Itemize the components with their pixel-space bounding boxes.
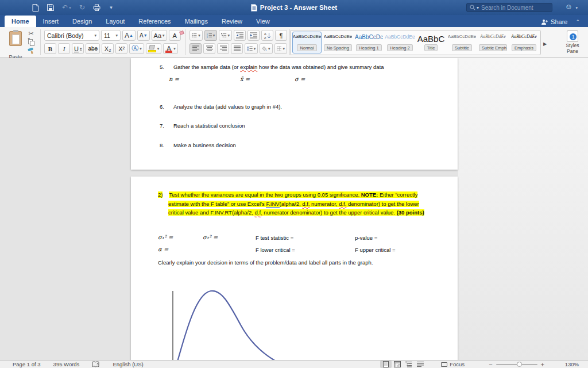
align-right-button[interactable] (217, 43, 229, 54)
document-page-1[interactable]: 5.Gather the sample data (or explain how… (131, 58, 458, 170)
increase-indent-icon (250, 32, 257, 39)
style-heading-1[interactable]: AaBbCcDcHeading 1 (354, 32, 384, 53)
styles-pane-button[interactable]: 1 StylesPane (557, 27, 588, 57)
new-document-icon[interactable] (32, 4, 39, 12)
italic-button[interactable]: I (58, 43, 70, 54)
list-item-5: 5.Gather the sample data (or explain how… (160, 64, 384, 70)
paste-button[interactable]: ▾ Paste (6, 31, 25, 48)
svg-text:Z: Z (264, 36, 266, 39)
strikethrough-button[interactable]: abe (86, 43, 100, 54)
outline-view-button[interactable] (403, 361, 415, 368)
subscript-button[interactable]: X₂ (102, 43, 114, 54)
canvas-right-margin (458, 58, 588, 360)
shrink-font-button[interactable]: A▼ (137, 30, 150, 41)
superscript-button[interactable]: X² (115, 43, 127, 54)
highlight-button[interactable]: ▾ (146, 43, 162, 54)
font-size-combo[interactable]: 11▾ (101, 30, 121, 41)
share-person-icon (541, 19, 548, 25)
zoom-percentage[interactable]: 130% (552, 361, 579, 367)
style-subtle-emphasis[interactable]: AaBbCcDdEeSubtle Emph... (478, 32, 508, 53)
cut-icon[interactable]: ✂ (28, 30, 33, 37)
align-left-icon (192, 45, 199, 52)
style-emphasis[interactable]: AaBbCcDdEeEmphasis (509, 32, 539, 53)
tab-home[interactable]: Home (5, 16, 36, 27)
style-no-spacing[interactable]: AaBbCcDdEeNo Spacing (323, 32, 353, 53)
sort-button[interactable]: AZ (261, 30, 273, 41)
format-painter-icon[interactable] (28, 47, 34, 55)
tab-view[interactable]: View (249, 16, 277, 27)
search-input[interactable]: ▾ Search in Document (466, 3, 552, 12)
styles-group: AaBbCcDdEeNormal AaBbCcDdEeNo Spacing Aa… (290, 27, 557, 57)
text-effects-button[interactable]: Ⓐ▾ (129, 43, 144, 54)
title-bar: ↶▾ ↻ ▾ Project 3 - Answer Sheet ▾ Search… (0, 0, 588, 15)
multilevel-list-button[interactable]: ▾ (219, 30, 232, 41)
style-title[interactable]: AaBbCTitle (416, 32, 446, 53)
line-spacing-button[interactable]: ▾ (245, 43, 258, 54)
tab-layout[interactable]: Layout (99, 16, 131, 27)
zoom-out-button[interactable]: − (485, 361, 496, 368)
ribbon: ▾ Paste ✂ Calibri (Body)▾ 11▾ A▲ A▼ Aa▾ … (0, 27, 588, 58)
page-indicator[interactable]: Page 1 of 3 (13, 361, 41, 367)
tab-mailings[interactable]: Mailings (178, 16, 215, 27)
style-subtitle[interactable]: AaBbCcDdEeSubtitle (447, 32, 477, 53)
copy-icon[interactable] (28, 39, 34, 46)
font-name-combo[interactable]: Calibri (Body)▾ (44, 30, 99, 41)
tab-review[interactable]: Review (215, 16, 249, 27)
print-layout-view-button[interactable] (380, 361, 392, 368)
language-indicator[interactable]: English (US) (113, 361, 143, 367)
collapse-ribbon-icon[interactable]: ⌃ (575, 19, 580, 25)
save-icon[interactable] (47, 4, 54, 11)
tab-insert[interactable]: Insert (36, 16, 66, 27)
tab-design[interactable]: Design (65, 16, 99, 27)
f-inv-link[interactable]: F.INV (266, 201, 279, 208)
document-canvas[interactable]: 5.Gather the sample data (or explain how… (0, 58, 588, 360)
sigma-equals-blank: σ = (295, 76, 305, 82)
borders-button[interactable]: ▾ (274, 43, 287, 54)
sigma2-squared-blank: σ₂² = (203, 234, 218, 240)
bold-button[interactable]: B (44, 43, 56, 54)
style-normal[interactable]: AaBbCcDdEeNormal (292, 32, 322, 53)
undo-caret-icon[interactable]: ▾ (69, 5, 71, 10)
decrease-indent-button[interactable] (234, 30, 246, 41)
styles-pane-icon: 1 (567, 30, 578, 42)
numbering-button[interactable]: 123▾ (204, 30, 218, 41)
redo-button[interactable]: ↻ (79, 3, 85, 12)
pilcrow-button[interactable]: ¶ (275, 30, 287, 41)
style-heading-2[interactable]: AaBbCcDdEeHeading 2 (385, 32, 415, 53)
feedback-smiley-icon[interactable]: ☺ ▾ (565, 2, 578, 11)
zoom-in-button[interactable]: + (537, 361, 548, 368)
customize-toolbar-caret-icon[interactable]: ▾ (109, 5, 113, 10)
draft-view-icon (417, 361, 424, 367)
document-page-2[interactable]: 2)Test whether the variances are equal i… (131, 177, 458, 360)
focus-mode-button[interactable]: Focus (441, 361, 465, 367)
zoom-slider-thumb[interactable] (517, 362, 522, 367)
list-item-7: 7.Reach a statistical conclusion (160, 122, 245, 129)
shading-button[interactable]: ▾ (260, 43, 272, 54)
tab-references[interactable]: References (131, 16, 177, 27)
increase-indent-button[interactable] (247, 30, 260, 41)
print-icon[interactable] (93, 4, 100, 11)
zoom-slider[interactable] (496, 364, 537, 365)
styles-gallery-more-icon[interactable]: ▶ (543, 41, 547, 47)
justify-button[interactable] (231, 43, 243, 54)
grow-font-button[interactable]: A▲ (122, 30, 136, 41)
web-layout-view-button[interactable] (392, 361, 403, 368)
share-button[interactable]: Share (541, 18, 567, 25)
word-count[interactable]: 395 Words (53, 361, 80, 367)
draft-view-button[interactable] (415, 361, 426, 368)
multilevel-list-icon (221, 32, 226, 39)
f-upper-critical-blank: F upper critical = (355, 247, 396, 253)
change-case-button[interactable]: Aa▾ (152, 30, 167, 41)
proofing-status-icon[interactable] (92, 361, 100, 367)
underline-button[interactable]: U▾ (72, 43, 84, 54)
align-left-button[interactable] (189, 43, 202, 54)
search-scope-caret-icon[interactable]: ▾ (477, 5, 479, 10)
align-center-button[interactable] (203, 43, 215, 54)
zoom-control: − + (485, 361, 548, 368)
clear-formatting-button[interactable]: A (169, 30, 181, 41)
font-color-button[interactable]: A▾ (163, 43, 178, 54)
shading-bucket-icon (262, 45, 267, 52)
undo-button[interactable]: ↶▾ (62, 3, 71, 12)
bullets-button[interactable]: ▾ (189, 30, 203, 41)
web-layout-icon (394, 361, 401, 367)
